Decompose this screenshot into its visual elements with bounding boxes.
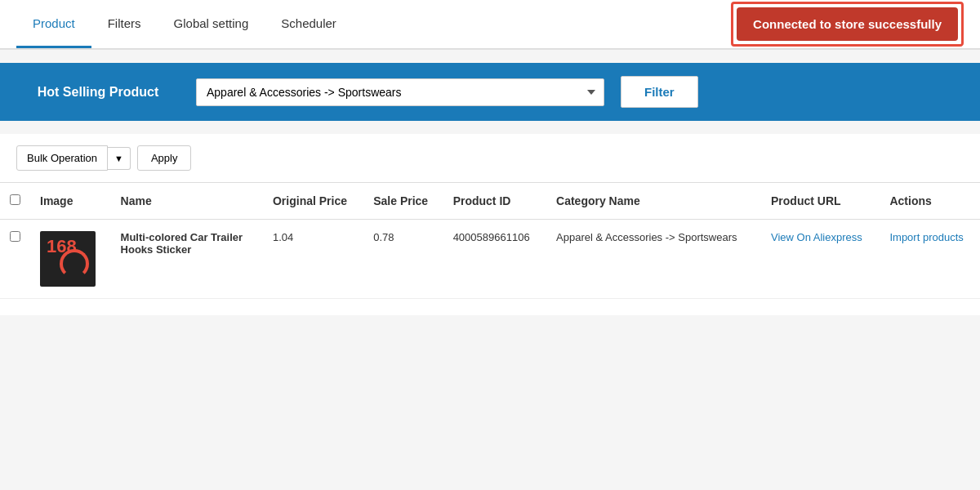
nav-tabs: Product Filters Global setting Scheduler <box>16 0 353 48</box>
tab-global-setting[interactable]: Global setting <box>158 0 265 48</box>
col-category-name: Category Name <box>546 183 761 220</box>
bulk-caret-button[interactable]: ▼ <box>108 147 131 170</box>
connected-badge: Connected to store successfully <box>737 7 958 41</box>
row-actions-cell: Import products <box>880 220 980 299</box>
bulk-dropdown: Bulk Operation ▼ <box>16 145 131 171</box>
apply-button[interactable]: Apply <box>137 145 192 171</box>
tab-filters[interactable]: Filters <box>91 0 158 48</box>
import-products-link[interactable]: Import products <box>889 231 963 243</box>
view-on-aliexpress-link[interactable]: View On Aliexpress <box>771 231 862 243</box>
table-row: 168 Multi-colored Car Trailer Hooks Stic… <box>0 220 980 299</box>
row-original-price-cell: 1.04 <box>263 220 363 299</box>
hook-icon <box>60 249 89 278</box>
category-select[interactable]: Apparel & Accessories -> SportswearsElec… <box>196 78 604 106</box>
tab-product[interactable]: Product <box>16 0 91 48</box>
bulk-operation-button[interactable]: Bulk Operation <box>16 145 108 171</box>
top-nav: Product Filters Global setting Scheduler… <box>0 0 980 49</box>
row-checkbox-cell <box>0 220 30 299</box>
product-name: Multi-colored Car Trailer Hooks Sticker <box>121 231 243 256</box>
blue-bar: Hot Selling Product Apparel & Accessorie… <box>0 63 980 121</box>
row-image-cell: 168 <box>30 220 111 299</box>
tab-scheduler[interactable]: Scheduler <box>265 0 353 48</box>
col-product-url: Product URL <box>761 183 880 220</box>
bulk-area: Bulk Operation ▼ Apply <box>0 134 980 182</box>
row-product-id-cell: 4000589661106 <box>443 220 546 299</box>
product-image: 168 <box>40 231 96 287</box>
table-header-row: Image Name Original Price Sale Price Pro… <box>0 183 980 220</box>
col-product-id: Product ID <box>443 183 546 220</box>
row-name-cell: Multi-colored Car Trailer Hooks Sticker <box>111 220 263 299</box>
col-actions: Actions <box>880 183 980 220</box>
col-checkbox <box>0 183 30 220</box>
select-all-checkbox[interactable] <box>10 194 20 205</box>
col-name: Name <box>111 183 263 220</box>
products-table: Image Name Original Price Sale Price Pro… <box>0 182 980 299</box>
table-wrapper: Image Name Original Price Sale Price Pro… <box>0 182 980 315</box>
connected-badge-wrapper: Connected to store successfully <box>731 2 964 47</box>
row-product-url-cell: View On Aliexpress <box>761 220 880 299</box>
row-category-name-cell: Apparel & Accessories -> Sportswears <box>546 220 761 299</box>
nav-divider <box>0 49 980 50</box>
row-checkbox[interactable] <box>10 231 20 242</box>
col-original-price: Original Price <box>263 183 363 220</box>
col-image: Image <box>30 183 111 220</box>
hot-selling-title: Hot Selling Product <box>16 85 180 100</box>
filter-button[interactable]: Filter <box>621 76 698 108</box>
row-sale-price-cell: 0.78 <box>363 220 443 299</box>
col-sale-price: Sale Price <box>363 183 443 220</box>
